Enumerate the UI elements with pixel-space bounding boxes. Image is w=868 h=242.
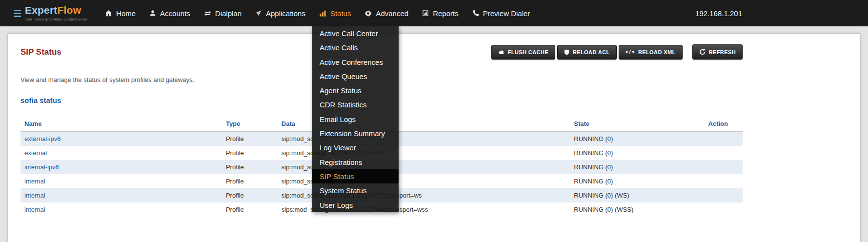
brand-tagline: chat, voice and video contactcenter bbox=[25, 17, 87, 21]
nav-item-label: Reports bbox=[433, 9, 459, 18]
flush-cache-button[interactable]: FLUSH CACHE bbox=[491, 45, 555, 60]
page-background: SIP Status FLUSH CACHE RELOAD ACL bbox=[0, 26, 868, 242]
nav-item-reports[interactable]: Reports bbox=[415, 0, 465, 26]
page-title: SIP Status bbox=[20, 47, 61, 57]
cell-state: RUNNING (0) bbox=[570, 160, 704, 174]
brand-primary: Expert bbox=[25, 4, 58, 16]
menu-item-log-viewer[interactable]: Log Viewer bbox=[312, 141, 399, 155]
logo-text: ExpertFlow chat, voice and video contact… bbox=[25, 5, 87, 21]
paper-plane-icon bbox=[255, 10, 262, 17]
menu-item-user-logs[interactable]: User Logs bbox=[312, 198, 399, 212]
nav-item-label: Home bbox=[116, 9, 136, 18]
cell-type: Profile bbox=[222, 132, 278, 146]
cell-name: external-ipv6 bbox=[20, 132, 222, 146]
menu-item-extension-summary[interactable]: Extension Summary bbox=[312, 126, 399, 141]
code-icon: </> bbox=[626, 49, 635, 55]
nav-item-label: Advanced bbox=[376, 9, 408, 18]
cell-state: RUNNING (0) bbox=[570, 174, 704, 188]
nav-item-accounts[interactable]: Accounts bbox=[142, 0, 197, 26]
profile-link[interactable]: internal bbox=[24, 192, 45, 199]
cell-state: RUNNING (0) (WS) bbox=[570, 188, 704, 202]
cell-name: internal bbox=[20, 202, 222, 217]
nav-item-label: Accounts bbox=[160, 9, 190, 18]
button-label: RELOAD ACL bbox=[573, 49, 610, 55]
home-icon bbox=[105, 10, 112, 17]
brand-secondary: Flow bbox=[58, 4, 81, 16]
cell-action bbox=[705, 188, 743, 202]
cell-type: Profile bbox=[222, 202, 278, 217]
nav-item-label: Applications bbox=[266, 9, 305, 18]
expertflow-logo[interactable]: ExpertFlow chat, voice and video contact… bbox=[14, 0, 87, 26]
column-header-name: Name bbox=[20, 116, 222, 132]
report-chart-icon bbox=[422, 10, 429, 17]
nav-item-label: Preview Dialer bbox=[483, 9, 530, 18]
menu-item-active-queues[interactable]: Active Queues bbox=[312, 69, 399, 83]
cell-action bbox=[705, 146, 743, 160]
cell-type: Profile bbox=[222, 146, 278, 160]
cell-action bbox=[705, 132, 743, 146]
cell-name: internal-ipv6 bbox=[20, 160, 222, 174]
menu-item-active-conferences[interactable]: Active Conferences bbox=[312, 55, 399, 69]
nav-item-applications[interactable]: Applications bbox=[248, 0, 312, 26]
exchange-arrows-icon bbox=[204, 10, 211, 17]
flush-cache-icon bbox=[498, 50, 505, 55]
menu-item-agent-status[interactable]: Agent Status bbox=[312, 83, 399, 98]
server-address[interactable]: 192.168.1.201 bbox=[695, 0, 742, 26]
button-label: FLUSH CACHE bbox=[508, 49, 548, 55]
phone-icon bbox=[472, 10, 479, 17]
toolbar: FLUSH CACHE RELOAD ACL </> RELOAD XML bbox=[491, 44, 743, 60]
status-dropdown-menu: Active Call Center Active Calls Active C… bbox=[312, 26, 399, 212]
nav-item-advanced[interactable]: Advanced bbox=[358, 0, 415, 26]
navbar: ExpertFlow chat, voice and video contact… bbox=[0, 0, 868, 26]
column-header-state: State bbox=[570, 116, 704, 132]
shield-icon bbox=[564, 49, 569, 55]
bar-chart-icon bbox=[319, 10, 326, 17]
column-header-type: Type bbox=[222, 116, 278, 132]
cell-state: RUNNING (0) (WSS) bbox=[570, 202, 704, 217]
profile-link[interactable]: internal bbox=[24, 206, 45, 213]
cell-name: internal bbox=[20, 174, 222, 188]
nav-item-status[interactable]: Status Active Call Center Active Calls A… bbox=[312, 0, 358, 26]
menu-item-cdr-statistics[interactable]: CDR Statistics bbox=[312, 98, 399, 112]
nav-item-home[interactable]: Home bbox=[98, 0, 142, 26]
cell-type: Profile bbox=[222, 174, 278, 188]
cell-name: external bbox=[20, 146, 222, 160]
cell-name: internal bbox=[20, 188, 222, 202]
menu-item-active-call-center[interactable]: Active Call Center bbox=[312, 26, 399, 40]
user-icon bbox=[149, 10, 156, 17]
menu-item-sip-status[interactable]: SIP Status bbox=[312, 169, 399, 183]
cell-action bbox=[705, 174, 743, 188]
refresh-button[interactable]: REFRESH bbox=[692, 44, 743, 60]
nav-item-label: Dialplan bbox=[215, 9, 242, 18]
profile-link[interactable]: external-ipv6 bbox=[24, 135, 61, 142]
profile-link[interactable]: internal bbox=[24, 178, 45, 185]
cell-state: RUNNING (0) bbox=[570, 132, 704, 146]
gear-icon bbox=[364, 10, 372, 17]
reload-acl-button[interactable]: RELOAD ACL bbox=[557, 45, 617, 60]
cell-action bbox=[705, 160, 743, 174]
profile-link[interactable]: internal-ipv6 bbox=[24, 163, 59, 171]
refresh-icon bbox=[699, 49, 706, 55]
menu-item-registrations[interactable]: Registrations bbox=[312, 155, 399, 169]
cell-type: Profile bbox=[222, 160, 278, 174]
column-header-action: Action bbox=[705, 116, 743, 132]
brand-name: ExpertFlow bbox=[25, 4, 81, 16]
menu-item-active-calls[interactable]: Active Calls bbox=[312, 40, 399, 55]
reload-xml-button[interactable]: </> RELOAD XML bbox=[619, 45, 683, 60]
cell-state: RUNNING (0) bbox=[570, 146, 704, 160]
button-label: REFRESH bbox=[709, 49, 736, 55]
cell-action bbox=[705, 202, 743, 217]
content-card: SIP Status FLUSH CACHE RELOAD ACL bbox=[8, 33, 860, 242]
logo-bars-icon bbox=[14, 10, 21, 17]
nav-item-dialplan[interactable]: Dialplan bbox=[197, 0, 248, 26]
nav-item-preview-dialer[interactable]: Preview Dialer bbox=[465, 0, 537, 26]
menu-item-email-logs[interactable]: Email Logs bbox=[312, 112, 399, 126]
nav-item-label: Status bbox=[330, 9, 351, 18]
button-label: RELOAD XML bbox=[638, 49, 676, 55]
cell-type: Profile bbox=[222, 188, 278, 202]
main-nav: Home Accounts Dialplan Applications Stat bbox=[98, 0, 537, 26]
menu-item-system-status[interactable]: System Status bbox=[312, 183, 399, 198]
profile-link[interactable]: external bbox=[24, 149, 47, 157]
